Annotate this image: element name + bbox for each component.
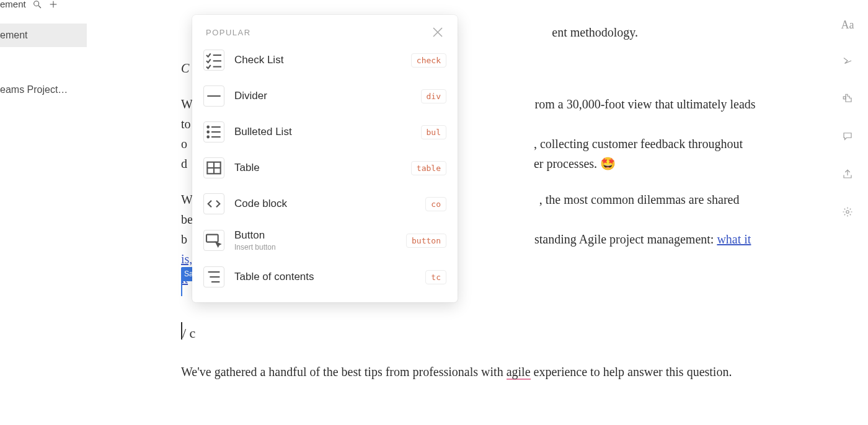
code-block-icon xyxy=(203,193,224,214)
checklist-icon xyxy=(203,50,224,71)
popup-section-title: POPULAR xyxy=(206,28,251,37)
extensions-icon[interactable] xyxy=(842,93,853,107)
button-icon xyxy=(203,230,224,251)
popup-item-label: Code block xyxy=(234,198,415,210)
text-fragment: C xyxy=(181,61,189,75)
popup-item-code-block[interactable]: Code block co xyxy=(192,186,458,222)
sidebar-item-teams-project[interactable]: eams Project… xyxy=(0,78,87,102)
lightning-icon[interactable] xyxy=(842,55,853,69)
paragraph[interactable]: We've gathered a handful of the best tip… xyxy=(181,362,732,382)
text-fragment: experience to help answer this question. xyxy=(531,365,732,379)
popup-item-check-list[interactable]: Check List check xyxy=(192,42,458,78)
right-toolbar: Aa xyxy=(838,19,857,221)
svg-rect-23 xyxy=(843,97,846,99)
text-fragment: standing Agile project management: xyxy=(534,232,717,246)
popup-header: POPULAR xyxy=(192,15,458,42)
slash-command-input[interactable]: / c xyxy=(181,322,195,340)
popup-item-shortcut: div xyxy=(421,89,446,103)
sidebar-item-selected[interactable]: ement xyxy=(0,24,87,47)
sidebar-item-label: eams Project… xyxy=(0,84,68,95)
sidebar: ement ement eams Project… xyxy=(0,0,99,425)
svg-point-14 xyxy=(207,136,209,138)
popup-item-shortcut: check xyxy=(411,53,446,68)
popup-item-shortcut: button xyxy=(406,234,446,248)
popup-item-bulleted-list[interactable]: Bulleted List bul xyxy=(192,114,458,150)
text-fragment: er processes. xyxy=(534,157,600,170)
popup-item-label: Check List xyxy=(234,54,401,66)
popup-item-divider[interactable]: Divider div xyxy=(192,78,458,114)
text-fragment: We've gathered a handful of the best tip… xyxy=(181,365,507,379)
typography-button[interactable]: Aa xyxy=(841,19,854,32)
slash-command-popup: POPULAR Check List check Divider div Bul… xyxy=(192,15,458,302)
text-fragment: , collecting customer feedback throughou… xyxy=(534,137,743,151)
popup-item-label: Divider xyxy=(234,90,411,102)
slash-command-text: / c xyxy=(182,325,195,341)
svg-point-0 xyxy=(33,1,38,6)
close-icon[interactable] xyxy=(430,25,445,40)
popup-item-table-of-contents[interactable]: Table of contents tc xyxy=(192,259,458,295)
popup-item-shortcut: tc xyxy=(425,270,446,284)
sidebar-title-fragment: ement xyxy=(0,0,26,9)
svg-rect-19 xyxy=(206,235,218,242)
text-fragment: b xyxy=(181,232,187,246)
popup-item-shortcut: bul xyxy=(421,125,446,139)
table-icon xyxy=(203,157,224,178)
svg-point-12 xyxy=(207,131,209,133)
popup-item-shortcut: table xyxy=(411,161,446,175)
emoji-heart-eyes: 🤩 xyxy=(600,157,616,170)
sidebar-top-tools: ement xyxy=(0,0,58,9)
text-fragment: d xyxy=(181,157,187,170)
text-fragment: W xyxy=(181,97,193,111)
search-icon[interactable] xyxy=(32,0,42,9)
sidebar-item-label: ement xyxy=(0,30,27,40)
toc-icon xyxy=(203,266,224,287)
collab-cursor-caret xyxy=(181,278,182,296)
add-icon[interactable] xyxy=(48,0,58,9)
text-fragment: W xyxy=(181,193,193,206)
svg-point-24 xyxy=(846,211,849,214)
popup-item-table[interactable]: Table table xyxy=(192,150,458,186)
svg-point-10 xyxy=(207,126,209,128)
popup-item-label: Table of contents xyxy=(234,271,415,283)
popup-item-label: Table xyxy=(234,162,401,174)
bulleted-list-icon xyxy=(203,121,224,142)
spellcheck-word[interactable]: agile xyxy=(507,365,531,380)
popup-item-shortcut: co xyxy=(425,197,446,211)
popup-item-sublabel: Insert button xyxy=(234,243,396,252)
divider-icon xyxy=(203,85,224,107)
popup-item-button[interactable]: Button Insert button button xyxy=(192,222,458,259)
share-icon[interactable] xyxy=(842,169,853,183)
text-fragment: o xyxy=(181,137,187,151)
settings-icon[interactable] xyxy=(842,206,853,221)
popup-item-label: Button xyxy=(234,229,396,242)
comments-icon[interactable] xyxy=(842,131,853,145)
text-fragment: ent methodology. xyxy=(552,25,638,39)
svg-line-1 xyxy=(38,6,41,8)
popup-item-label: Bulleted List xyxy=(234,126,411,138)
